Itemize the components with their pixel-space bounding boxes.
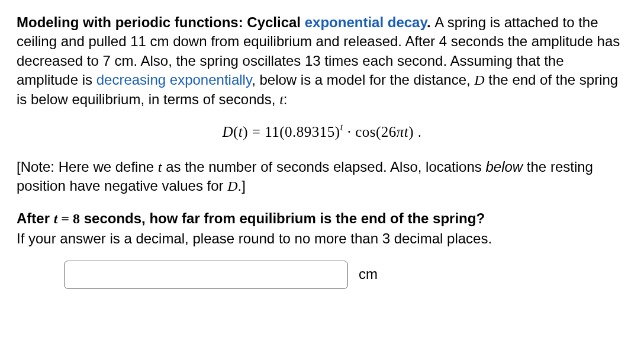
question-line-2: If your answer is a decimal, please roun… [17, 229, 627, 248]
note-below-word: below [485, 159, 523, 175]
note-close: .] [238, 178, 246, 194]
note-open: [Note: Here we define [17, 159, 158, 175]
formula-pi: π [397, 124, 404, 140]
formula-D: D [222, 124, 233, 140]
formula-open: ( [233, 124, 239, 140]
intro-body-2: , below is a model for the distance, [252, 72, 474, 88]
link-decreasing-exponentially[interactable]: decreasing exponentially [96, 72, 252, 88]
unit-label: cm [359, 265, 378, 284]
formula-dot-cos: · cos(26 [343, 124, 397, 140]
question-line-1: After t = 8 seconds, how far from equili… [17, 209, 627, 228]
formula-close-eq: ) = 11(0.89315) [243, 124, 340, 140]
intro-body-end: : [284, 91, 288, 107]
problem-intro: Modeling with periodic functions: Cyclic… [17, 13, 627, 109]
q1-post: seconds, how far from equilibrium is the… [80, 210, 485, 226]
formula-end: ) . [408, 124, 421, 140]
note-var-D: D [227, 178, 237, 194]
q1-eq: = 8 [57, 211, 80, 226]
link-exponential-decay[interactable]: exponential decay [305, 14, 427, 30]
formula-display: D(t) = 11(0.89315)t · cos(26πt) . [17, 122, 627, 142]
note-block: [Note: Here we define t as the number of… [17, 158, 627, 196]
formula-sup-t: t [340, 121, 343, 133]
intro-var-D: D [474, 72, 484, 88]
intro-var-t: t [279, 92, 284, 107]
answer-row: cm [17, 261, 627, 289]
answer-input[interactable] [64, 261, 348, 289]
note-mid: as the number of seconds elapsed. Also, … [162, 159, 485, 175]
intro-title-period: . [427, 14, 434, 30]
intro-title-bold: Modeling with periodic functions: Cyclic… [17, 14, 305, 30]
q1-pre: After [17, 210, 54, 226]
